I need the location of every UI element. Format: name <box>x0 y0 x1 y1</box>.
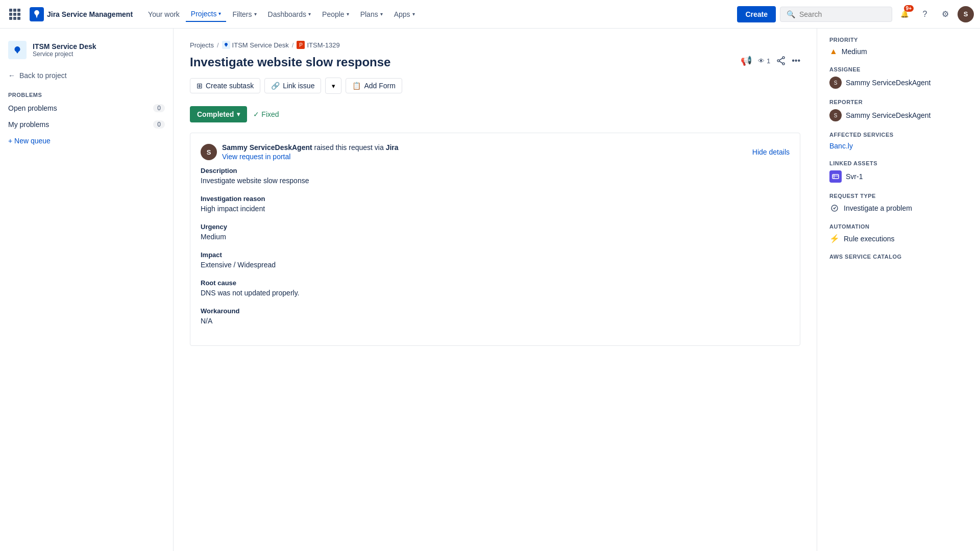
logo-text: Jira Service Management <box>47 10 133 18</box>
filters-chevron: ▾ <box>254 11 257 17</box>
impact-value: Extensive / Widespread <box>201 261 790 269</box>
nav-plans[interactable]: Plans ▾ <box>355 7 388 21</box>
breadcrumb-projects[interactable]: Projects <box>190 41 214 49</box>
field-impact: Impact Extensive / Widespread <box>201 251 790 269</box>
breadcrumb-sep-1: / <box>217 41 219 49</box>
assignee-value: S Sammy ServiceDeskAgent <box>829 77 968 89</box>
check-icon: ✓ <box>253 110 259 118</box>
priority-icon: ▲ <box>829 47 838 56</box>
assignee-label: Assignee <box>829 66 968 72</box>
detail-card: S Sammy ServiceDeskAgent raised this req… <box>190 133 800 346</box>
my-problems-count: 0 <box>153 120 165 129</box>
urgency-value: Medium <box>201 233 790 241</box>
nav-dashboards[interactable]: Dashboards ▾ <box>263 7 316 21</box>
sidebar: ITSM Service Desk Service project ← Back… <box>0 29 174 551</box>
grid-apps-button[interactable] <box>6 6 23 23</box>
description-label: Description <box>201 167 790 174</box>
reporter-value: S Sammy ServiceDeskAgent <box>829 109 968 121</box>
status-completed-button[interactable]: Completed ▾ <box>190 106 247 122</box>
watch-button[interactable]: 👁 1 <box>758 57 770 65</box>
field-workaround: Workaround N/A <box>201 307 790 325</box>
add-form-button[interactable]: 📋 Add Form <box>346 78 402 93</box>
issue-type-icon: P <box>297 41 305 49</box>
project-icon <box>8 41 27 59</box>
nav-your-work[interactable]: Your work <box>143 7 185 21</box>
dashboards-chevron: ▾ <box>308 11 311 17</box>
hide-details-link[interactable]: Hide details <box>752 148 790 156</box>
create-button[interactable]: Create <box>737 6 776 22</box>
issue-title-row: Investigate website slow response 📢 👁 1 … <box>190 55 800 69</box>
breadcrumb-project-name[interactable]: ITSM Service Desk <box>232 41 289 49</box>
reporter-section: Reporter S Sammy ServiceDeskAgent <box>829 99 968 121</box>
sidebar-section-problems: Problems <box>0 84 173 100</box>
open-problems-count: 0 <box>153 104 165 112</box>
user-avatar[interactable]: S <box>958 6 974 22</box>
subtask-icon: ⊞ <box>197 82 203 90</box>
nav-apps[interactable]: Apps ▾ <box>389 7 420 21</box>
people-chevron: ▾ <box>347 11 349 17</box>
svg-line-4 <box>779 58 782 60</box>
requester-name: Sammy ServiceDeskAgent <box>222 143 312 152</box>
reporter-label: Reporter <box>829 99 968 105</box>
affected-service-link[interactable]: Banc.ly <box>829 142 853 150</box>
search-box[interactable]: 🔍 <box>780 7 892 22</box>
sidebar-item-open-problems[interactable]: Open problems 0 <box>0 100 173 116</box>
project-name: ITSM Service Desk <box>33 42 96 51</box>
more-options-button[interactable]: ••• <box>792 56 800 65</box>
new-queue-button[interactable]: + New queue <box>0 133 173 149</box>
field-urgency: Urgency Medium <box>201 223 790 241</box>
eye-icon: 👁 <box>758 57 765 65</box>
description-value: Investigate website slow response <box>201 177 790 185</box>
search-input[interactable] <box>799 10 886 18</box>
itsm-project-icon <box>222 41 230 49</box>
gear-icon: ⚙ <box>942 9 949 19</box>
root-cause-value: DNS was not updated properly. <box>201 289 790 297</box>
logo[interactable]: Jira Service Management <box>30 7 133 21</box>
notifications-button[interactable]: 🔔 9+ <box>896 6 913 22</box>
search-icon: 🔍 <box>787 10 795 18</box>
workaround-label: Workaround <box>201 307 790 315</box>
aws-label: AWS Service Catalog <box>829 254 968 260</box>
link-icon: 🔗 <box>271 82 280 90</box>
asset-icon <box>829 170 842 183</box>
create-subtask-button[interactable]: ⊞ Create subtask <box>190 78 260 93</box>
status-label: Completed <box>197 110 234 118</box>
issue-toolbar: ⊞ Create subtask 🔗 Link issue ▾ 📋 Add Fo… <box>190 78 800 94</box>
share-button[interactable] <box>776 56 786 65</box>
request-type-label: Request Type <box>829 193 968 199</box>
back-icon: ← <box>8 71 15 80</box>
toolbar-more-dropdown[interactable]: ▾ <box>325 78 341 94</box>
investigation-reason-label: Investigation reason <box>201 195 790 203</box>
right-panel: Priority ▲ Medium Assignee S Sammy Servi… <box>817 29 980 551</box>
sidebar-item-my-problems[interactable]: My problems 0 <box>0 116 173 133</box>
svg-rect-6 <box>832 174 839 179</box>
urgency-label: Urgency <box>201 223 790 231</box>
notification-badge: 9+ <box>904 5 914 12</box>
content-area: Projects / ITSM Service Desk / P ITSM-13… <box>174 29 817 551</box>
projects-chevron: ▾ <box>218 11 221 16</box>
nav-right-actions: Create 🔍 🔔 9+ ? ⚙ S <box>737 6 974 22</box>
link-issue-button[interactable]: 🔗 Link issue <box>264 78 321 93</box>
view-portal-link[interactable]: View request in portal <box>222 153 290 161</box>
breadcrumb-issue-id[interactable]: ITSM-1329 <box>307 41 339 49</box>
resolution-label: Fixed <box>261 110 279 118</box>
request-type-section: Request Type Investigate a problem <box>829 193 968 213</box>
priority-label: Priority <box>829 37 968 43</box>
help-button[interactable]: ? <box>917 6 933 22</box>
svg-point-1 <box>782 57 785 59</box>
megaphone-icon: 📢 <box>741 55 752 66</box>
nav-people[interactable]: People ▾ <box>317 7 354 21</box>
priority-section: Priority ▲ Medium <box>829 37 968 56</box>
back-to-project-button[interactable]: ← Back to project <box>0 67 173 84</box>
automation-section: Automation ⚡ Rule executions <box>829 223 968 243</box>
resolution-badge: ✓ Fixed <box>253 110 279 118</box>
plans-chevron: ▾ <box>380 11 383 17</box>
priority-value: ▲ Medium <box>829 47 968 56</box>
lightning-icon: ⚡ <box>829 234 840 243</box>
issue-header-actions: 📢 👁 1 ••• <box>741 55 800 66</box>
main-navigation: Your work Projects ▾ Filters ▾ Dashboard… <box>143 7 735 22</box>
nav-filters[interactable]: Filters ▾ <box>227 7 261 21</box>
assignee-avatar: S <box>829 77 842 89</box>
settings-button[interactable]: ⚙ <box>937 6 953 22</box>
nav-projects[interactable]: Projects ▾ <box>186 7 227 22</box>
